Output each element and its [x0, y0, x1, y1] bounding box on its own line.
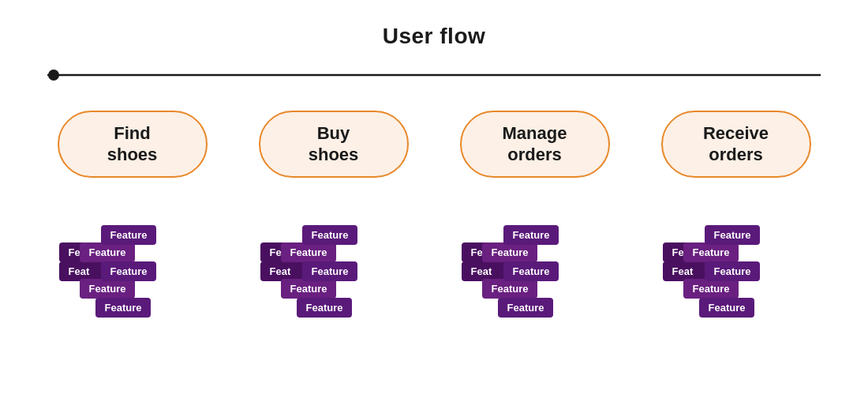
flow-arrow-row	[47, 63, 821, 87]
steps-row: Findshoes Buyshoes Manageorders Receiveo…	[32, 111, 836, 178]
feature-tag: Feature	[503, 261, 559, 281]
feature-cluster-3: Feature Feature Featu Feature Feat Featu…	[460, 225, 610, 336]
feature-cluster-4: Feature Feature Featu Feature Feat Featu…	[661, 225, 811, 336]
page-container: User flow Findshoes Buyshoes Manageorder…	[0, 0, 868, 406]
step-manage-orders: Manageorders	[460, 111, 610, 178]
feature-tag: Feature	[683, 279, 739, 299]
feature-tag: Feature	[281, 279, 337, 299]
feature-tag: Feature	[101, 261, 157, 281]
feature-tag: Feature	[101, 225, 157, 245]
feature-tag: Feature	[302, 261, 358, 281]
feature-tag: Feature	[482, 279, 538, 299]
feature-tag: Feature	[699, 298, 755, 318]
step-find-shoes: Findshoes	[58, 111, 208, 178]
feature-cluster-1: Feature Feature Featu Feature Feat Featu…	[58, 225, 208, 336]
feature-tag: Feature	[95, 298, 152, 318]
step-receive-orders: Receiveorders	[661, 111, 811, 178]
feature-tag: Feature	[705, 225, 761, 245]
feature-tag: Feature	[482, 242, 538, 262]
feature-tag: Feature	[705, 261, 761, 281]
feature-tag: Feature	[503, 225, 559, 245]
feature-tag: Feature	[80, 242, 136, 262]
feature-tag: Feature	[498, 298, 554, 318]
feature-tag: Feature	[80, 279, 136, 299]
flow-arrow	[47, 63, 821, 87]
step-buy-shoes: Buyshoes	[259, 111, 409, 178]
feature-tag: Feature	[683, 242, 739, 262]
features-row: Feature Feature Featu Feature Feat Featu…	[32, 225, 836, 336]
page-title: User flow	[0, 0, 868, 49]
feature-cluster-2: Feature Feature Featu Feature Feat Featu…	[259, 225, 409, 336]
feature-tag: Feature	[297, 298, 353, 318]
feature-tag: Feature	[302, 225, 358, 245]
feature-tag: Feature	[281, 242, 337, 262]
